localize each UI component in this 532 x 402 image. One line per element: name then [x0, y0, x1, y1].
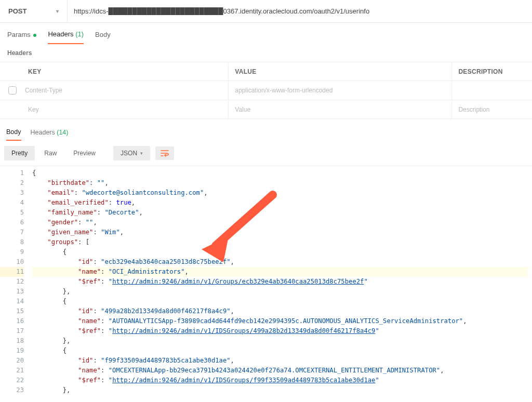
- resp-tab-headers-label: Headers: [31, 129, 55, 136]
- line-gutter: 1234567891011121314151617181920212223: [0, 166, 28, 397]
- request-tabs: Params Headers (1) Body: [0, 23, 532, 44]
- tab-headers-label: Headers: [48, 30, 73, 38]
- tab-params-label: Params: [7, 31, 31, 38]
- header-value-placeholder[interactable]: Value: [229, 101, 452, 118]
- view-pretty[interactable]: Pretty: [4, 146, 35, 160]
- header-desc-placeholder[interactable]: Description: [452, 101, 532, 118]
- row-checkbox[interactable]: [8, 86, 17, 95]
- resp-tab-headers-count: (14): [57, 129, 68, 136]
- code-content[interactable]: { "birthdate": "", "email": "wdecorte@so…: [28, 166, 532, 397]
- header-row[interactable]: Content-Type application/x-www-form-urle…: [0, 81, 532, 100]
- header-desc[interactable]: [452, 85, 532, 96]
- header-value[interactable]: application/x-www-form-urlencoded: [229, 82, 452, 99]
- col-description: DESCRIPTION: [452, 63, 532, 81]
- chevron-down-icon: ▾: [140, 151, 143, 156]
- response-tabs: Body Headers (14): [0, 119, 532, 141]
- format-select[interactable]: JSON ▾: [113, 146, 150, 160]
- http-method-select[interactable]: POST ▾: [0, 0, 68, 22]
- format-select-label: JSON: [121, 150, 137, 157]
- headers-section-label: Headers: [0, 44, 532, 62]
- headers-table: KEY VALUE DESCRIPTION Content-Type appli…: [0, 62, 532, 119]
- response-subtabs: Pretty Raw Preview JSON ▾: [0, 141, 532, 166]
- response-body: 1234567891011121314151617181920212223 { …: [0, 166, 532, 397]
- url-input-wrapper[interactable]: [68, 0, 532, 22]
- view-raw[interactable]: Raw: [37, 146, 64, 160]
- tab-body[interactable]: Body: [95, 31, 111, 44]
- header-row-new[interactable]: Key Value Description: [0, 100, 532, 119]
- tab-headers[interactable]: Headers (1): [48, 30, 84, 44]
- params-active-dot-icon: [33, 34, 36, 37]
- tab-headers-count: (1): [75, 30, 84, 38]
- col-value: VALUE: [229, 63, 452, 81]
- chevron-down-icon: ▾: [56, 8, 59, 14]
- url-input[interactable]: [74, 7, 526, 15]
- wrap-lines-icon[interactable]: [155, 146, 174, 160]
- resp-tab-body[interactable]: Body: [6, 128, 21, 141]
- header-key-placeholder[interactable]: Key: [28, 106, 39, 113]
- http-method-label: POST: [8, 7, 26, 15]
- header-key[interactable]: Content-Type: [25, 87, 62, 94]
- headers-table-head: KEY VALUE DESCRIPTION: [0, 62, 532, 81]
- view-preview[interactable]: Preview: [66, 146, 103, 160]
- col-key: KEY: [0, 63, 229, 81]
- request-bar: POST ▾: [0, 0, 532, 23]
- tab-params[interactable]: Params: [7, 31, 36, 44]
- resp-tab-headers[interactable]: Headers (14): [31, 129, 69, 140]
